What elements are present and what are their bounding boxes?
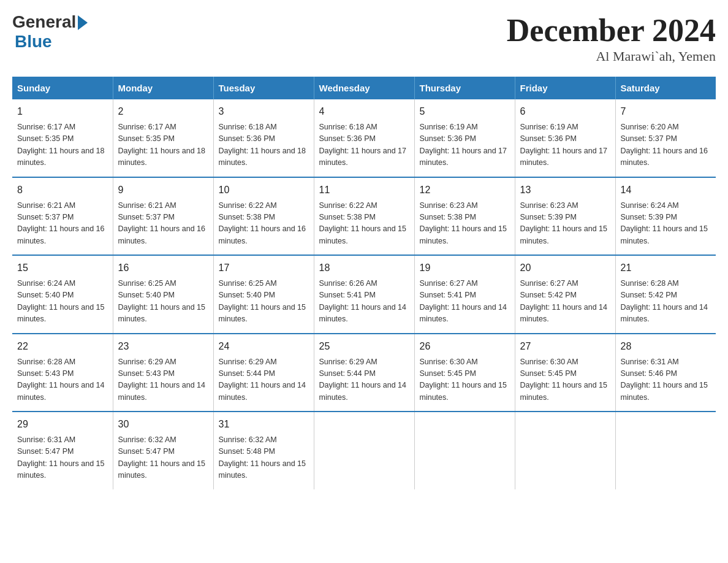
calendar-cell: 9 Sunrise: 6:21 AM Sunset: 5:37 PM Dayli… bbox=[113, 177, 213, 256]
calendar-cell: 27 Sunrise: 6:30 AM Sunset: 5:45 PM Dayl… bbox=[515, 334, 615, 412]
day-info: Sunrise: 6:30 AM Sunset: 5:45 PM Dayligh… bbox=[520, 356, 610, 404]
day-info: Sunrise: 6:23 AM Sunset: 5:39 PM Dayligh… bbox=[520, 200, 610, 248]
calendar-cell: 22 Sunrise: 6:28 AM Sunset: 5:43 PM Dayl… bbox=[12, 334, 113, 412]
calendar-cell: 13 Sunrise: 6:23 AM Sunset: 5:39 PM Dayl… bbox=[515, 177, 615, 256]
day-info: Sunrise: 6:21 AM Sunset: 5:37 PM Dayligh… bbox=[118, 200, 208, 248]
day-number: 16 bbox=[118, 261, 208, 275]
day-info: Sunrise: 6:17 AM Sunset: 5:35 PM Dayligh… bbox=[17, 121, 108, 169]
calendar-cell: 10 Sunrise: 6:22 AM Sunset: 5:38 PM Dayl… bbox=[213, 177, 314, 256]
calendar-cell: 20 Sunrise: 6:27 AM Sunset: 5:42 PM Dayl… bbox=[515, 255, 615, 334]
day-number: 3 bbox=[219, 104, 309, 119]
logo-general-text: General bbox=[12, 12, 76, 32]
day-number: 27 bbox=[520, 339, 610, 354]
weekday-header-friday: Friday bbox=[515, 77, 615, 99]
day-number: 26 bbox=[420, 339, 510, 354]
day-info: Sunrise: 6:32 AM Sunset: 5:47 PM Dayligh… bbox=[118, 434, 208, 482]
day-number: 1 bbox=[17, 104, 108, 119]
day-info: Sunrise: 6:29 AM Sunset: 5:44 PM Dayligh… bbox=[219, 356, 309, 404]
calendar-cell: 15 Sunrise: 6:24 AM Sunset: 5:40 PM Dayl… bbox=[12, 255, 113, 334]
day-info: Sunrise: 6:22 AM Sunset: 5:38 PM Dayligh… bbox=[319, 200, 409, 248]
day-number: 12 bbox=[420, 183, 510, 197]
calendar-cell bbox=[615, 412, 716, 489]
calendar-cell: 21 Sunrise: 6:28 AM Sunset: 5:42 PM Dayl… bbox=[615, 255, 716, 334]
day-number: 8 bbox=[17, 183, 108, 197]
day-number: 25 bbox=[319, 339, 409, 354]
weekday-header-sunday: Sunday bbox=[12, 77, 113, 99]
calendar-cell bbox=[414, 412, 515, 489]
calendar-cell: 28 Sunrise: 6:31 AM Sunset: 5:46 PM Dayl… bbox=[615, 334, 716, 412]
day-info: Sunrise: 6:25 AM Sunset: 5:40 PM Dayligh… bbox=[118, 278, 208, 326]
day-number: 19 bbox=[420, 261, 510, 275]
day-info: Sunrise: 6:30 AM Sunset: 5:45 PM Dayligh… bbox=[420, 356, 510, 404]
day-info: Sunrise: 6:31 AM Sunset: 5:46 PM Dayligh… bbox=[621, 356, 711, 404]
calendar-cell: 31 Sunrise: 6:32 AM Sunset: 5:48 PM Dayl… bbox=[213, 412, 314, 489]
week-row-1: 1 Sunrise: 6:17 AM Sunset: 5:35 PM Dayli… bbox=[12, 99, 716, 177]
weekday-header-saturday: Saturday bbox=[615, 77, 716, 99]
day-number: 28 bbox=[621, 339, 711, 354]
week-row-5: 29 Sunrise: 6:31 AM Sunset: 5:47 PM Dayl… bbox=[12, 412, 716, 489]
day-number: 17 bbox=[219, 261, 309, 275]
day-number: 14 bbox=[621, 183, 711, 197]
calendar-cell: 29 Sunrise: 6:31 AM Sunset: 5:47 PM Dayl… bbox=[12, 412, 113, 489]
day-number: 5 bbox=[420, 104, 510, 119]
day-number: 7 bbox=[621, 104, 711, 119]
day-number: 13 bbox=[520, 183, 610, 197]
day-number: 22 bbox=[17, 339, 108, 354]
day-info: Sunrise: 6:28 AM Sunset: 5:42 PM Dayligh… bbox=[621, 278, 711, 326]
calendar-cell bbox=[314, 412, 414, 489]
calendar-cell: 18 Sunrise: 6:26 AM Sunset: 5:41 PM Dayl… bbox=[314, 255, 414, 334]
day-info: Sunrise: 6:21 AM Sunset: 5:37 PM Dayligh… bbox=[17, 200, 108, 248]
day-info: Sunrise: 6:18 AM Sunset: 5:36 PM Dayligh… bbox=[219, 121, 309, 169]
week-row-3: 15 Sunrise: 6:24 AM Sunset: 5:40 PM Dayl… bbox=[12, 255, 716, 334]
day-info: Sunrise: 6:26 AM Sunset: 5:41 PM Dayligh… bbox=[319, 278, 409, 326]
day-number: 6 bbox=[520, 104, 610, 119]
logo: General Blue bbox=[12, 12, 88, 52]
day-info: Sunrise: 6:17 AM Sunset: 5:35 PM Dayligh… bbox=[118, 121, 208, 169]
week-row-2: 8 Sunrise: 6:21 AM Sunset: 5:37 PM Dayli… bbox=[12, 177, 716, 256]
day-info: Sunrise: 6:28 AM Sunset: 5:43 PM Dayligh… bbox=[17, 356, 108, 404]
calendar-cell: 1 Sunrise: 6:17 AM Sunset: 5:35 PM Dayli… bbox=[12, 99, 113, 177]
day-number: 11 bbox=[319, 183, 409, 197]
day-number: 24 bbox=[219, 339, 309, 354]
day-info: Sunrise: 6:19 AM Sunset: 5:36 PM Dayligh… bbox=[520, 121, 610, 169]
day-info: Sunrise: 6:27 AM Sunset: 5:41 PM Dayligh… bbox=[420, 278, 510, 326]
calendar-location: Al Marawi`ah, Yemen bbox=[507, 48, 716, 64]
day-number: 29 bbox=[17, 417, 108, 432]
logo-arrow-icon bbox=[78, 15, 88, 30]
calendar-cell: 11 Sunrise: 6:22 AM Sunset: 5:38 PM Dayl… bbox=[314, 177, 414, 256]
day-number: 15 bbox=[17, 261, 108, 275]
day-info: Sunrise: 6:24 AM Sunset: 5:39 PM Dayligh… bbox=[621, 200, 711, 248]
day-info: Sunrise: 6:25 AM Sunset: 5:40 PM Dayligh… bbox=[219, 278, 309, 326]
day-number: 9 bbox=[118, 183, 208, 197]
day-number: 4 bbox=[319, 104, 409, 119]
calendar-cell: 26 Sunrise: 6:30 AM Sunset: 5:45 PM Dayl… bbox=[414, 334, 515, 412]
page-header: General Blue December 2024 Al Marawi`ah,… bbox=[12, 12, 716, 64]
day-number: 23 bbox=[118, 339, 208, 354]
day-info: Sunrise: 6:27 AM Sunset: 5:42 PM Dayligh… bbox=[520, 278, 610, 326]
calendar-cell: 16 Sunrise: 6:25 AM Sunset: 5:40 PM Dayl… bbox=[113, 255, 213, 334]
calendar-cell: 25 Sunrise: 6:29 AM Sunset: 5:44 PM Dayl… bbox=[314, 334, 414, 412]
day-info: Sunrise: 6:29 AM Sunset: 5:43 PM Dayligh… bbox=[118, 356, 208, 404]
calendar-month-year: December 2024 bbox=[507, 12, 716, 48]
calendar-cell: 24 Sunrise: 6:29 AM Sunset: 5:44 PM Dayl… bbox=[213, 334, 314, 412]
day-info: Sunrise: 6:23 AM Sunset: 5:38 PM Dayligh… bbox=[420, 200, 510, 248]
calendar-cell: 30 Sunrise: 6:32 AM Sunset: 5:47 PM Dayl… bbox=[113, 412, 213, 489]
day-info: Sunrise: 6:32 AM Sunset: 5:48 PM Dayligh… bbox=[219, 434, 309, 482]
calendar-cell: 7 Sunrise: 6:20 AM Sunset: 5:37 PM Dayli… bbox=[615, 99, 716, 177]
weekday-header-wednesday: Wednesday bbox=[314, 77, 414, 99]
calendar-cell: 14 Sunrise: 6:24 AM Sunset: 5:39 PM Dayl… bbox=[615, 177, 716, 256]
calendar-cell: 2 Sunrise: 6:17 AM Sunset: 5:35 PM Dayli… bbox=[113, 99, 213, 177]
day-number: 18 bbox=[319, 261, 409, 275]
day-info: Sunrise: 6:20 AM Sunset: 5:37 PM Dayligh… bbox=[621, 121, 711, 169]
day-info: Sunrise: 6:19 AM Sunset: 5:36 PM Dayligh… bbox=[420, 121, 510, 169]
weekday-header-row: SundayMondayTuesdayWednesdayThursdayFrid… bbox=[12, 77, 716, 99]
day-info: Sunrise: 6:22 AM Sunset: 5:38 PM Dayligh… bbox=[219, 200, 309, 248]
calendar-cell: 8 Sunrise: 6:21 AM Sunset: 5:37 PM Dayli… bbox=[12, 177, 113, 256]
calendar-cell: 3 Sunrise: 6:18 AM Sunset: 5:36 PM Dayli… bbox=[213, 99, 314, 177]
day-number: 31 bbox=[219, 417, 309, 432]
day-number: 30 bbox=[118, 417, 208, 432]
weekday-header-thursday: Thursday bbox=[414, 77, 515, 99]
day-number: 20 bbox=[520, 261, 610, 275]
calendar-cell: 5 Sunrise: 6:19 AM Sunset: 5:36 PM Dayli… bbox=[414, 99, 515, 177]
calendar-cell: 17 Sunrise: 6:25 AM Sunset: 5:40 PM Dayl… bbox=[213, 255, 314, 334]
